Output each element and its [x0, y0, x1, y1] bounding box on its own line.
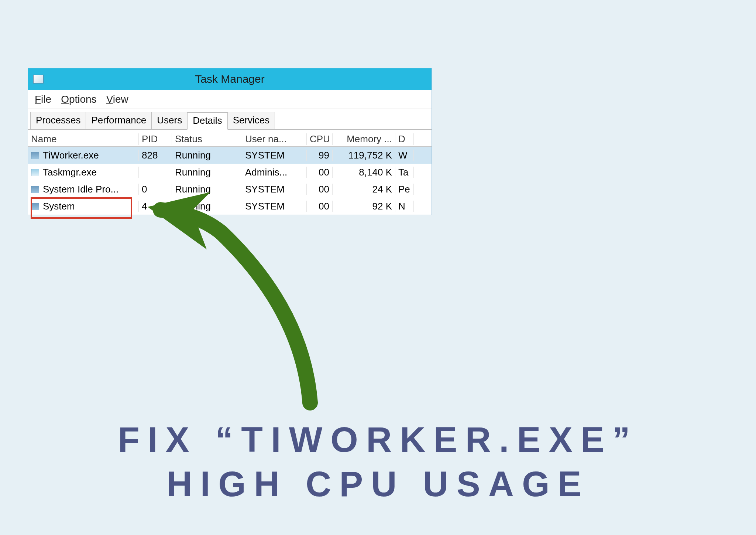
menu-options[interactable]: Options [61, 93, 97, 105]
table-row[interactable]: System 4 Running SYSTEM 00 92 K N [28, 198, 432, 215]
tab-users[interactable]: Users [151, 112, 188, 129]
tab-performance[interactable]: Performance [86, 112, 152, 129]
process-icon [31, 203, 39, 210]
headline-line-2: HIGH CPU USAGE [0, 462, 756, 506]
cell-pid: 0 [139, 184, 172, 195]
window-title: Task Manager [28, 73, 432, 85]
process-icon [31, 186, 39, 193]
headline: FIX “TIWORKER.EXE” HIGH CPU USAGE [0, 418, 756, 506]
cell-memory: 119,752 K [333, 150, 395, 161]
menu-view[interactable]: View [106, 93, 128, 105]
col-status[interactable]: Status [172, 133, 242, 145]
cell-pid: 4 [139, 201, 172, 212]
cell-cpu: 99 [307, 150, 333, 161]
cell-status: Running [172, 150, 242, 161]
col-pid[interactable]: PID [139, 133, 172, 145]
cell-d: Ta [395, 167, 414, 178]
col-memory[interactable]: Memory ... [333, 133, 395, 145]
cell-status: Running [172, 201, 242, 212]
col-user[interactable]: User na... [242, 133, 307, 145]
cell-pid: 828 [139, 150, 172, 161]
cell-memory: 92 K [333, 201, 395, 212]
process-icon [31, 152, 39, 159]
cell-name: System [28, 201, 139, 212]
cell-memory: 24 K [333, 184, 395, 195]
table-row[interactable]: Taskmgr.exe Running Adminis... 00 8,140 … [28, 164, 432, 181]
cell-name: System Idle Pro... [28, 184, 139, 195]
cell-user: SYSTEM [242, 184, 307, 195]
task-manager-window: Task Manager File Options View Processes… [28, 68, 432, 215]
cell-d: N [395, 201, 414, 212]
table-row[interactable]: TiWorker.exe 828 Running SYSTEM 99 119,7… [28, 147, 432, 164]
cell-user: SYSTEM [242, 201, 307, 212]
menubar: File Options View [28, 90, 432, 109]
cell-name: Taskmgr.exe [28, 167, 139, 178]
process-icon [31, 169, 39, 176]
cell-status: Running [172, 167, 242, 178]
cell-d: Pe [395, 184, 414, 195]
tab-details[interactable]: Details [187, 112, 227, 130]
cell-d: W [395, 150, 414, 161]
col-d[interactable]: D [395, 133, 414, 145]
cell-cpu: 00 [307, 167, 333, 178]
cell-user: SYSTEM [242, 150, 307, 161]
table-row[interactable]: System Idle Pro... 0 Running SYSTEM 00 2… [28, 181, 432, 198]
cell-user: Adminis... [242, 167, 307, 178]
cell-cpu: 00 [307, 184, 333, 195]
annotation-arrow-icon [126, 185, 384, 414]
cell-cpu: 00 [307, 201, 333, 212]
cell-name: TiWorker.exe [28, 150, 139, 161]
cell-memory: 8,140 K [333, 167, 395, 178]
titlebar[interactable]: Task Manager [28, 68, 432, 90]
cell-status: Running [172, 184, 242, 195]
table-header[interactable]: Name PID Status User na... CPU Memory ..… [28, 130, 432, 147]
tab-strip: Processes Performance Users Details Serv… [28, 109, 432, 130]
menu-file[interactable]: File [35, 93, 51, 105]
col-cpu[interactable]: CPU [307, 133, 333, 145]
headline-line-1: FIX “TIWORKER.EXE” [0, 418, 756, 462]
process-table: Name PID Status User na... CPU Memory ..… [28, 130, 432, 215]
tab-processes[interactable]: Processes [30, 112, 86, 129]
tab-services[interactable]: Services [227, 112, 275, 129]
col-name[interactable]: Name [28, 133, 139, 145]
